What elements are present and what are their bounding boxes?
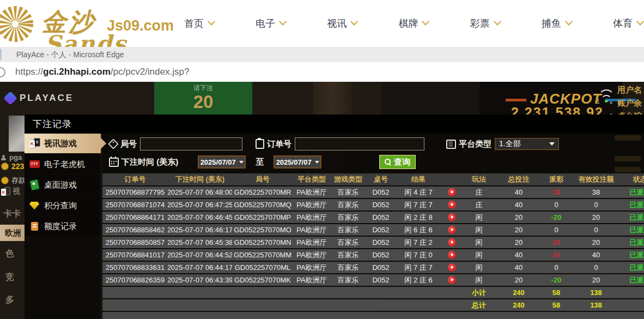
gem-icon [28,202,40,210]
play-video-icon[interactable] [448,251,456,259]
nav-item-slots[interactable]: 电子 [256,17,285,30]
chevron-down-icon [208,18,215,26]
menu-item-duo: 多 [5,294,14,306]
empty-row [102,312,644,319]
playace-logo: PLAYACE [5,93,74,104]
sidebar-item-table-games[interactable]: 桌面游戏 [25,175,101,195]
bet-records-modal: 下注记录 视讯游戏 电子老虎机 桌面游戏 积分查询 [25,115,644,319]
table-row: 250707068871074 2025-07-07 06:47:25 GD05… [102,199,644,210]
play-video-icon[interactable] [448,276,456,284]
tag-icon [108,139,118,149]
jackpot-dash-left [506,99,526,101]
calendar-icon [109,158,119,167]
platform-label: 平台类型 [459,139,491,149]
chevron-down-icon [422,18,429,26]
page: 金沙 Js09.com Sands 首页 电子 视讯 棋牌 彩票 捕鱼 体育 P… [0,0,644,319]
person-icon [1,155,7,160]
chevron-down-icon [494,18,501,26]
play-video-icon[interactable] [448,213,456,221]
play-video-icon[interactable] [448,201,456,209]
play-video-icon[interactable] [448,188,456,196]
window-title: PlayAce - 个人 - Microsoft Edge [16,47,124,62]
seat-number: 1 [597,98,600,105]
chevron-down-icon [350,18,358,26]
sidebar-item-slots[interactable]: 电子老虎机 [25,154,101,174]
play-video-icon[interactable] [448,226,456,234]
dropdown-arrow-icon [239,161,244,164]
modal-content: 局号 订单号 平台类型 1.全部 下注 [101,134,644,319]
play-video-icon[interactable] [448,263,456,272]
round-input[interactable] [140,137,242,151]
main-nav: 首页 电子 视讯 棋牌 彩票 捕鱼 体育 [184,0,643,47]
modal-body: 视讯游戏 电子老虎机 桌面游戏 积分查询 额度记录 [25,134,644,319]
table-row: 250707068864171 2025-07-07 06:46:45 GD05… [102,212,644,223]
bet-banner: 请下注 20 [154,82,252,115]
document-icon [28,222,40,231]
menu-item-jing: 竞 [5,272,14,283]
order-input[interactable] [295,137,424,151]
connection-status-dot [605,100,607,103]
nav-item-lottery[interactable]: 彩票 [470,17,500,30]
platform-select[interactable]: 1.全部 [495,138,559,150]
table-row: 250707068877795 2025-07-07 06:48:00 GD05… [102,186,644,198]
sidebar-item-credit-records[interactable]: 额度记录 [25,216,101,236]
table-row: 250707068841017 2025-07-07 06:44:52 GD05… [102,249,644,261]
filter-row-1: 局号 订单号 平台类型 1.全部 [109,137,559,151]
chevron-down-icon [636,18,644,26]
nav-item-sports[interactable]: 体育 [613,17,643,30]
video-menu-row: K 视 [1,186,20,196]
table-body: 250707068877795 2025-07-07 06:48:00 GD05… [102,186,644,286]
user-row: pga [1,153,22,161]
table-row: 250707068850857 2025-07-07 06:45:38 GD05… [102,237,644,248]
bet-time-label: 下注时间 (美东) [121,157,178,167]
dropdown-arrow-icon [315,161,319,164]
chevron-down-icon [279,18,287,26]
nav-item-live[interactable]: 视讯 [327,17,357,30]
date-to-label: 至 [256,157,264,167]
order-label: 订单号 [267,139,291,149]
address-bar[interactable]: https://gci.2hhapi.com/pc/pcv2/index.jsp… [0,62,644,82]
modal-title: 下注记录 [25,115,644,134]
play-video-icon[interactable] [448,238,456,246]
table-header-row: 订单号 下注时间 (美东) 局号 平台类型 游戏类型 桌号 结果 玩法 总投注 … [102,173,644,185]
table-row: 250707068826359 2025-07-07 06:43:39 GD05… [102,274,644,286]
cards-icon: K [1,187,10,196]
bet-banner-amount: 20 [154,93,252,111]
table-row: 250707068833631 2025-07-07 06:44:17 GD05… [102,262,644,273]
nav-item-board[interactable]: 棋牌 [398,17,428,30]
playing-cards-icon [28,138,40,149]
search-icon [385,159,392,166]
nav-item-home[interactable]: 首页 [184,17,214,30]
platform-list-icon [446,140,456,149]
date-from-picker[interactable]: 2025/07/07 [198,155,246,168]
nav-item-fishing[interactable]: 捕鱼 [542,17,572,30]
filter-row-2: 下注时间 (美东) 2025/07/07 至 2025/07/07 查询 [109,155,416,169]
clipboard-icon [256,139,264,149]
account-username-label: 用户名 [617,85,642,95]
url-text[interactable]: https://gci.2hhapi.com/pc/pcv2/index.jsp… [15,62,189,81]
sands-sunburst-icon [0,1,41,47]
seat-dot [610,101,612,104]
playace-icon [3,91,17,105]
title-bar-accent [0,49,2,60]
sidebar-item-points[interactable]: 积分查询 [25,196,101,215]
window-title-bar: PlayAce - 个人 - Microsoft Edge [0,47,644,63]
deposit-button[interactable]: 存款 [1,176,26,185]
account-balance-label: 账户余 [617,98,642,109]
money-icon [1,162,9,170]
bet-records-table: 订单号 下注时间 (美东) 局号 平台类型 游戏类型 桌号 结果 玩法 总投注 … [102,173,644,319]
menu-item-se: 色 [5,248,14,260]
table-row: 250707068858462 2025-07-07 06:46:17 GD05… [102,224,644,236]
chevron-down-icon [565,18,573,26]
dropdown-arrow-icon [549,142,555,146]
menu-item-kaka: 卡卡 [3,208,21,220]
slot-machine-icon [28,160,40,168]
page-info-icon[interactable] [0,67,5,77]
sidebar-item-live-games[interactable]: 视讯游戏 [25,134,101,153]
date-to-picker[interactable]: 2025/07/07 [274,155,321,168]
site-header: 金沙 Js09.com Sands 首页 电子 视讯 棋牌 彩票 捕鱼 体育 [0,0,644,47]
round-label: 局号 [120,139,137,149]
balance-row: 223. [1,162,26,171]
search-button[interactable]: 查询 [379,155,416,169]
subtotal-row: 小计 240 58 138 [102,287,644,298]
